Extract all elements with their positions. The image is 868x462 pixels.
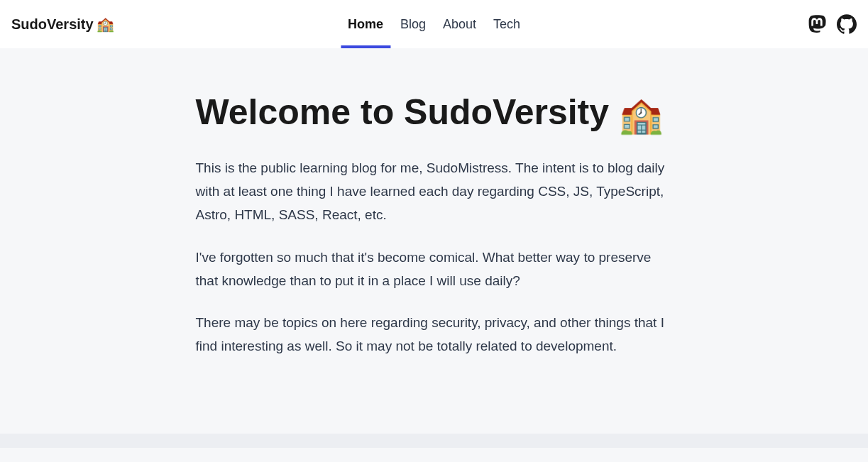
mastodon-icon bbox=[807, 14, 827, 34]
page-title: Welcome to SudoVersity 🏫 bbox=[196, 91, 673, 136]
intro-paragraph-2: I've forgotten so much that it's become … bbox=[196, 246, 673, 293]
main-content: Welcome to SudoVersity 🏫 This is the pub… bbox=[179, 48, 690, 434]
intro-paragraph-3: There may be topics on here regarding se… bbox=[196, 311, 673, 358]
intro-paragraph-1: This is the public learning blog for me,… bbox=[196, 156, 673, 227]
footer-spacer bbox=[0, 434, 868, 448]
nav-blog[interactable]: Blog bbox=[392, 0, 434, 48]
nav-tech-label: Tech bbox=[493, 17, 520, 32]
nav-home-label: Home bbox=[348, 17, 383, 32]
nav-home[interactable]: Home bbox=[339, 0, 392, 48]
social-links bbox=[807, 14, 857, 34]
primary-nav: Home Blog About Tech bbox=[339, 0, 529, 48]
nav-blog-label: Blog bbox=[400, 17, 426, 32]
nav-tech[interactable]: Tech bbox=[485, 0, 529, 48]
mastodon-link[interactable] bbox=[807, 14, 827, 34]
nav-about-label: About bbox=[443, 17, 476, 32]
brand-link[interactable]: SudoVersity 🏫 bbox=[11, 16, 114, 33]
school-icon: 🏫 bbox=[619, 95, 663, 135]
brand-name: SudoVersity bbox=[11, 16, 94, 33]
github-link[interactable] bbox=[837, 14, 857, 34]
nav-about[interactable]: About bbox=[434, 0, 485, 48]
github-icon bbox=[837, 14, 857, 34]
school-icon: 🏫 bbox=[97, 16, 114, 33]
page-title-text: Welcome to SudoVersity bbox=[196, 92, 610, 132]
top-navigation: SudoVersity 🏫 Home Blog About Tech bbox=[0, 0, 868, 48]
